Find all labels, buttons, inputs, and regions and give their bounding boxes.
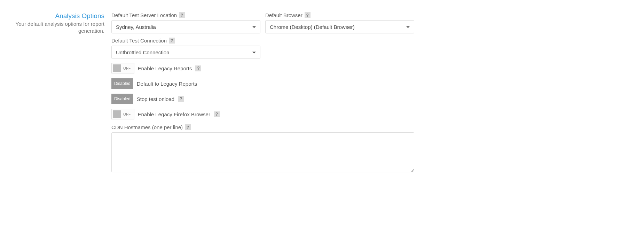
browser-value: Chrome (Desktop) (Default Browser) <box>270 24 354 30</box>
form-area: Default Test Server Location ? Sydney, A… <box>111 12 414 173</box>
help-icon[interactable]: ? <box>169 38 175 44</box>
toggle-state: Disabled <box>114 81 131 86</box>
toggle-state: OFF <box>121 66 133 70</box>
toggle-handle <box>113 64 121 72</box>
toggle-state: OFF <box>121 112 133 116</box>
legacy-firefox-label: Enable Legacy Firefox Browser <box>138 111 210 117</box>
cdn-hostnames-label: CDN Hostnames (one per line) <box>111 124 183 130</box>
legacy-reports-toggle[interactable]: OFF <box>111 63 134 73</box>
connection-select[interactable]: Unthrottled Connection <box>111 46 260 59</box>
legacy-reports-label: Enable Legacy Reports <box>138 65 192 71</box>
browser-label: Default Browser <box>265 12 303 18</box>
section-title: Analysis Options <box>14 12 104 20</box>
help-icon[interactable]: ? <box>214 111 220 117</box>
section-description: Your default analysis options for report… <box>14 21 104 35</box>
browser-select[interactable]: Chrome (Desktop) (Default Browser) <box>265 20 414 33</box>
stop-onload-label: Stop test onload <box>137 96 174 102</box>
help-icon[interactable]: ? <box>185 124 191 130</box>
toggle-state: Disabled <box>114 96 131 101</box>
section-sidebar: Analysis Options Your default analysis o… <box>14 12 104 173</box>
help-icon[interactable]: ? <box>305 12 311 18</box>
help-icon[interactable]: ? <box>179 12 185 18</box>
default-legacy-label: Default to Legacy Reports <box>137 81 197 87</box>
cdn-hostnames-input[interactable] <box>111 132 414 172</box>
server-location-label: Default Test Server Location <box>111 12 177 18</box>
connection-value: Unthrottled Connection <box>116 49 169 55</box>
toggle-handle <box>113 110 121 118</box>
help-icon[interactable]: ? <box>195 65 201 71</box>
default-legacy-toggle: Disabled <box>111 78 133 89</box>
legacy-firefox-toggle[interactable]: OFF <box>111 109 134 119</box>
server-location-value: Sydney, Australia <box>116 24 156 30</box>
stop-onload-toggle: Disabled <box>111 94 133 104</box>
server-location-select[interactable]: Sydney, Australia <box>111 20 260 33</box>
help-icon[interactable]: ? <box>178 96 184 102</box>
connection-label: Default Test Connection <box>111 38 167 44</box>
